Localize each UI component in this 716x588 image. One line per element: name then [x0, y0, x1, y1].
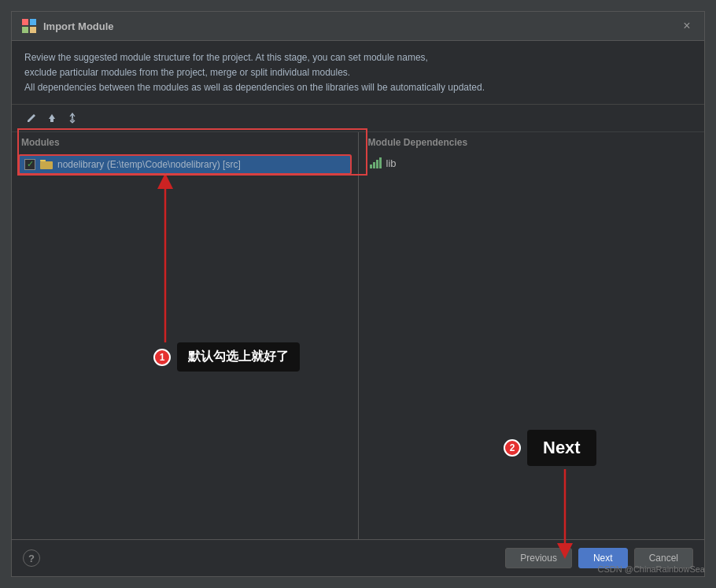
modules-header: Modules — [12, 132, 358, 151]
move-up-button[interactable] — [43, 109, 61, 127]
dependencies-panel: Module Dependencies lib — [359, 132, 705, 539]
description-line3: All dependencies between the modules as … — [24, 80, 692, 95]
dependencies-header: Module Dependencies — [359, 132, 705, 151]
description-line2: exclude particular modules from the proj… — [24, 65, 692, 80]
module-checkbox[interactable]: ✓ — [24, 159, 35, 170]
dependency-label: lib — [386, 157, 397, 169]
dependencies-list: lib — [359, 151, 705, 539]
modules-panel: Modules ✓ nodelibrary (E:\temp\Code\node… — [12, 132, 359, 539]
modules-toolbar — [12, 105, 704, 132]
dependency-item: lib — [365, 154, 699, 172]
module-folder-icon — [40, 159, 53, 170]
annotation-1-text: 默认勾选上就好了 — [177, 342, 300, 372]
svg-rect-1 — [30, 19, 36, 25]
module-label: nodelibrary (E:\temp\Code\nodelibrary) [… — [57, 159, 241, 170]
split-button[interactable] — [64, 109, 81, 127]
dialog-description: Review the suggested module structure fo… — [12, 41, 704, 105]
svg-rect-5 — [40, 160, 46, 161]
description-line1: Review the suggested module structure fo… — [24, 50, 692, 65]
dialog-title-bar: Import Module × — [12, 12, 704, 41]
watermark: CSDN @ChinaRainbowSea — [597, 564, 705, 574]
import-module-dialog: Import Module × Review the suggested mod… — [11, 11, 705, 577]
annotation-1-number: 1 — [153, 349, 171, 366]
content-area: Modules ✓ nodelibrary (E:\temp\Code\node… — [12, 132, 704, 539]
svg-rect-2 — [22, 27, 28, 33]
annotation-1: 1 默认勾选上就好了 — [153, 342, 300, 372]
close-button[interactable]: × — [679, 18, 695, 34]
svg-rect-0 — [22, 19, 28, 25]
annotation-2: 2 Next — [504, 430, 596, 466]
dialog-title: Import Module — [43, 20, 679, 32]
lib-icon — [370, 157, 382, 168]
previous-button[interactable]: Previous — [505, 548, 572, 568]
annotation-2-number: 2 — [504, 439, 521, 457]
svg-rect-4 — [40, 161, 53, 169]
dialog-icon — [21, 18, 37, 34]
footer-left: ? — [23, 549, 499, 567]
edit-button[interactable] — [23, 109, 40, 127]
help-button[interactable]: ? — [23, 549, 40, 567]
annotation-2-text: Next — [527, 430, 596, 466]
module-item[interactable]: ✓ nodelibrary (E:\temp\Code\nodelibrary)… — [18, 154, 352, 175]
svg-rect-3 — [30, 27, 36, 33]
